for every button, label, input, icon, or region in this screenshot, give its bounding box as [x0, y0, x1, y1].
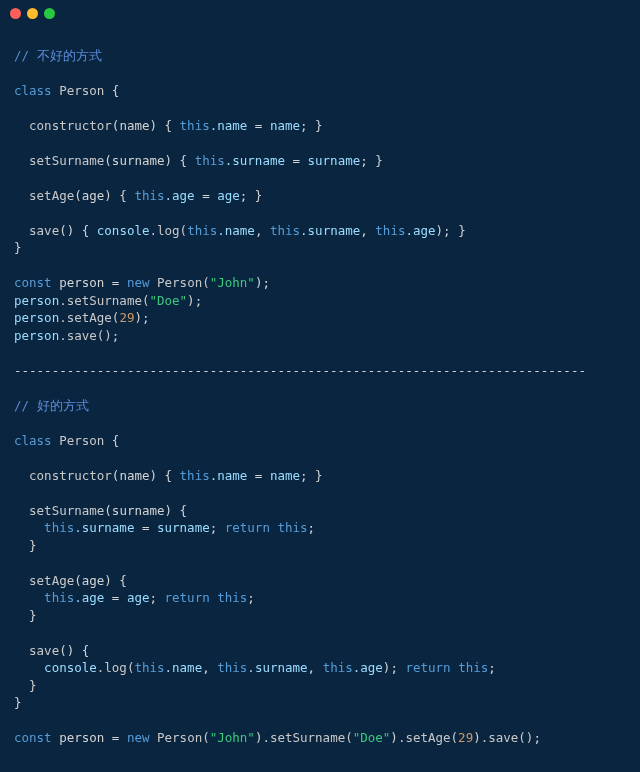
setSurname-method: setSurname [29, 153, 104, 168]
maximize-icon[interactable] [44, 8, 55, 19]
close-icon[interactable] [10, 8, 21, 19]
comment-bad: // 不好的方式 [14, 48, 102, 63]
class-name: Person [59, 83, 104, 98]
class-keyword: class [14, 83, 52, 98]
minimize-icon[interactable] [27, 8, 38, 19]
comment-good: // 好的方式 [14, 398, 89, 413]
divider: ----------------------------------------… [14, 363, 586, 378]
code-editor: // 不好的方式 class Person { constructor(name… [0, 23, 640, 761]
save-method: save [29, 223, 59, 238]
constructor: constructor [29, 118, 112, 133]
window-controls [0, 0, 640, 23]
setAge-method: setAge [29, 188, 74, 203]
